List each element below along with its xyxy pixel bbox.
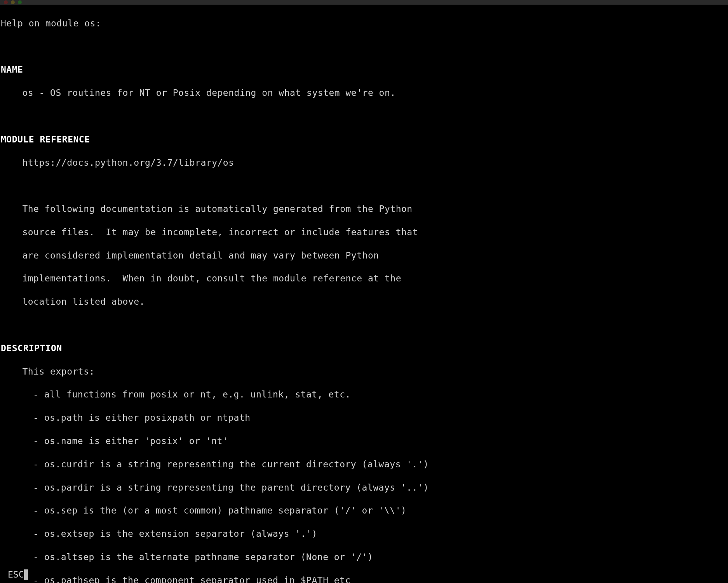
- description-item: - os.name is either 'posix' or 'nt': [1, 436, 727, 447]
- module-ref-note: The following documentation is automatic…: [1, 203, 727, 215]
- maximize-icon[interactable]: [18, 0, 22, 4]
- pager-mode-text: ESC: [8, 569, 24, 581]
- description-item: - os.extsep is the extension separator (…: [1, 528, 727, 540]
- blank-line: [1, 41, 727, 53]
- blank-line: [1, 319, 727, 331]
- module-ref-note: are considered implementation detail and…: [1, 250, 727, 262]
- section-heading-module-reference: MODULE REFERENCE: [1, 134, 727, 146]
- description-item: - os.path is either posixpath or ntpath: [1, 412, 727, 424]
- name-body: os - OS routines for NT or Posix dependi…: [1, 87, 727, 99]
- description-item: - os.pathsep is the component separator …: [1, 575, 727, 583]
- terminal-viewport[interactable]: Help on module os: NAME os - OS routines…: [0, 5, 728, 583]
- blank-line: [1, 180, 727, 192]
- section-heading-name: NAME: [1, 64, 727, 76]
- description-item: - os.pardir is a string representing the…: [1, 482, 727, 494]
- description-item: - all functions from posix or nt, e.g. u…: [1, 389, 727, 401]
- module-ref-note: implementations. When in doubt, consult …: [1, 273, 727, 285]
- description-item: - os.altsep is the alternate pathname se…: [1, 552, 727, 563]
- section-heading-description: DESCRIPTION: [1, 343, 727, 354]
- close-icon[interactable]: [4, 0, 8, 4]
- description-item: - os.sep is the (or a most common) pathn…: [1, 505, 727, 517]
- module-reference-url: https://docs.python.org/3.7/library/os: [1, 157, 727, 169]
- help-intro: Help on module os:: [1, 18, 727, 29]
- module-ref-note: source files. It may be incomplete, inco…: [1, 227, 727, 238]
- description-intro: This exports:: [1, 366, 727, 378]
- window-titlebar: [0, 0, 728, 5]
- description-item: - os.curdir is a string representing the…: [1, 459, 727, 470]
- minimize-icon[interactable]: [11, 0, 15, 4]
- module-ref-note: location listed above.: [1, 296, 727, 308]
- cursor-icon: [24, 569, 28, 580]
- pager-status-line[interactable]: ESC: [1, 569, 28, 581]
- blank-line: [1, 111, 727, 122]
